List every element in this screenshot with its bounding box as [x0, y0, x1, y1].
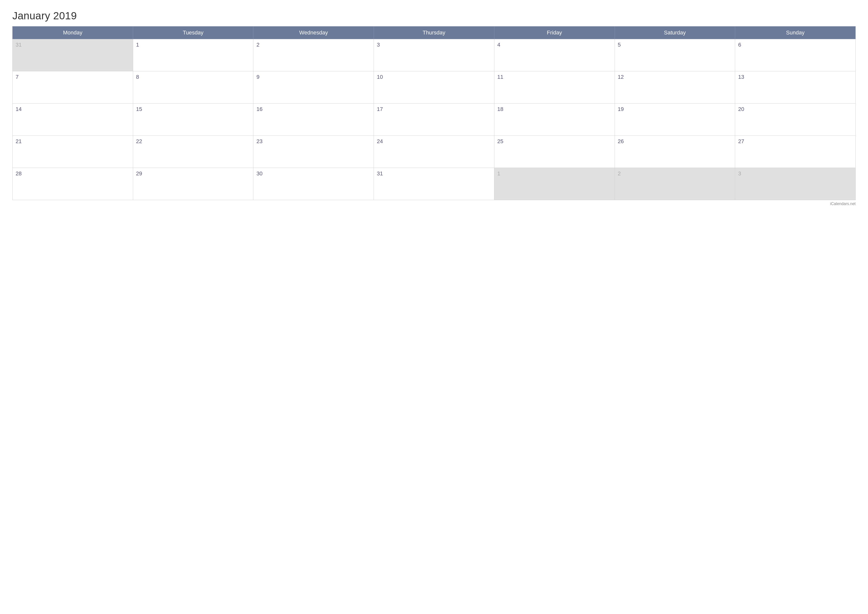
day-number: 16 — [256, 106, 262, 112]
week-row-1: 31123456 — [12, 39, 856, 72]
day-number: 3 — [738, 170, 741, 177]
header-monday: Monday — [12, 26, 133, 39]
calendar-cell[interactable]: 4 — [494, 39, 615, 72]
calendar-cell[interactable]: 7 — [12, 72, 133, 104]
calendar-cell[interactable]: 30 — [253, 168, 374, 200]
calendar-cell[interactable]: 10 — [374, 72, 494, 104]
calendar-cell[interactable]: 23 — [253, 136, 374, 168]
calendar-header-row: MondayTuesdayWednesdayThursdayFridaySatu… — [12, 26, 856, 39]
day-number: 4 — [498, 42, 500, 48]
header-friday: Friday — [494, 26, 615, 39]
day-number: 2 — [618, 170, 621, 177]
calendar-cell[interactable]: 27 — [735, 136, 856, 168]
day-number: 3 — [377, 42, 380, 48]
calendar-cell[interactable]: 2 — [253, 39, 374, 72]
day-number: 23 — [256, 138, 262, 145]
day-number: 25 — [498, 138, 503, 145]
day-number: 24 — [377, 138, 383, 145]
day-number: 12 — [618, 74, 624, 80]
day-number: 9 — [256, 74, 259, 80]
day-number: 10 — [377, 74, 383, 80]
day-number: 1 — [498, 170, 500, 177]
day-number: 31 — [377, 170, 383, 177]
calendar-cell[interactable]: 8 — [133, 72, 253, 104]
calendar-cell[interactable]: 22 — [133, 136, 253, 168]
calendar-cell[interactable]: 3 — [374, 39, 494, 72]
calendar-cell[interactable]: 3 — [735, 168, 856, 200]
calendar-cell[interactable]: 24 — [374, 136, 494, 168]
calendar-table: MondayTuesdayWednesdayThursdayFridaySatu… — [12, 26, 856, 200]
header-sunday: Sunday — [735, 26, 856, 39]
calendar-cell[interactable]: 21 — [12, 136, 133, 168]
calendar-cell[interactable]: 28 — [12, 168, 133, 200]
calendar-cell[interactable]: 18 — [494, 104, 615, 136]
calendar-cell[interactable]: 5 — [615, 39, 735, 72]
week-row-4: 21222324252627 — [12, 136, 856, 168]
day-number: 6 — [738, 42, 741, 48]
calendar-cell[interactable]: 31 — [12, 39, 133, 72]
day-number: 27 — [738, 138, 744, 145]
page-title: January 2019 — [12, 10, 856, 22]
day-number: 31 — [16, 42, 22, 48]
week-row-3: 14151617181920 — [12, 104, 856, 136]
watermark: iCalendars.net — [12, 202, 856, 206]
header-tuesday: Tuesday — [133, 26, 253, 39]
calendar-cell[interactable]: 29 — [133, 168, 253, 200]
day-number: 20 — [738, 106, 744, 112]
day-number: 2 — [256, 42, 259, 48]
day-number: 1 — [136, 42, 139, 48]
calendar-cell[interactable]: 17 — [374, 104, 494, 136]
calendar-cell[interactable]: 1 — [133, 39, 253, 72]
calendar-cell[interactable]: 6 — [735, 39, 856, 72]
day-number: 21 — [16, 138, 22, 145]
calendar-cell[interactable]: 20 — [735, 104, 856, 136]
day-number: 15 — [136, 106, 142, 112]
calendar-cell[interactable]: 13 — [735, 72, 856, 104]
day-number: 19 — [618, 106, 624, 112]
header-wednesday: Wednesday — [253, 26, 374, 39]
week-row-2: 78910111213 — [12, 72, 856, 104]
calendar-cell[interactable]: 16 — [253, 104, 374, 136]
day-number: 28 — [16, 170, 22, 177]
day-number: 14 — [16, 106, 22, 112]
day-number: 8 — [136, 74, 139, 80]
week-row-5: 28293031123 — [12, 168, 856, 200]
calendar-cell[interactable]: 26 — [615, 136, 735, 168]
calendar-cell[interactable]: 31 — [374, 168, 494, 200]
day-number: 30 — [256, 170, 262, 177]
header-thursday: Thursday — [374, 26, 494, 39]
header-saturday: Saturday — [615, 26, 735, 39]
day-number: 7 — [16, 74, 19, 80]
day-number: 17 — [377, 106, 383, 112]
calendar-cell[interactable]: 14 — [12, 104, 133, 136]
calendar-cell[interactable]: 9 — [253, 72, 374, 104]
day-number: 26 — [618, 138, 624, 145]
calendar-cell[interactable]: 12 — [615, 72, 735, 104]
day-number: 5 — [618, 42, 621, 48]
calendar-cell[interactable]: 25 — [494, 136, 615, 168]
calendar-cell[interactable]: 2 — [615, 168, 735, 200]
calendar-cell[interactable]: 15 — [133, 104, 253, 136]
day-number: 13 — [738, 74, 744, 80]
calendar-cell[interactable]: 11 — [494, 72, 615, 104]
calendar-cell[interactable]: 19 — [615, 104, 735, 136]
day-number: 18 — [498, 106, 503, 112]
calendar-cell[interactable]: 1 — [494, 168, 615, 200]
day-number: 29 — [136, 170, 142, 177]
day-number: 11 — [498, 74, 503, 80]
day-number: 22 — [136, 138, 142, 145]
